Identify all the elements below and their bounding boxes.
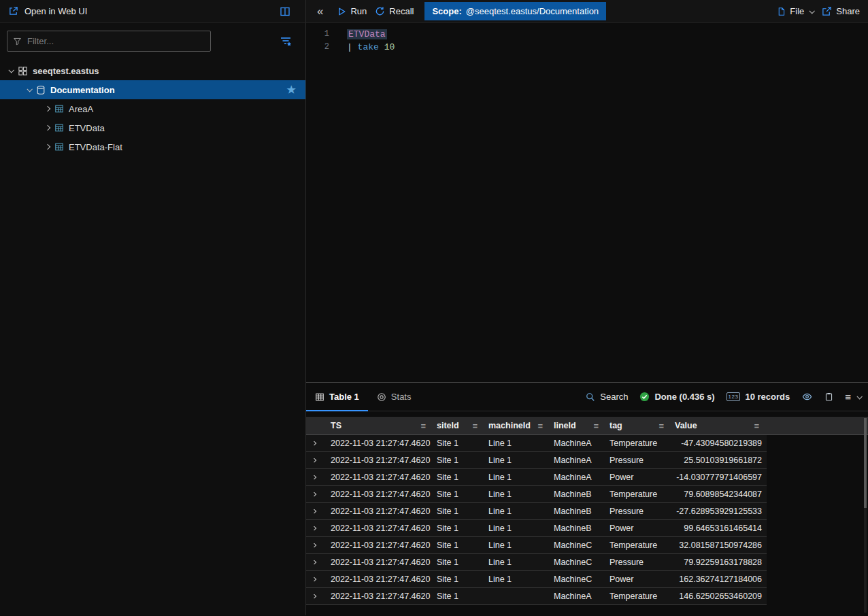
favorites-filter-icon[interactable] (280, 36, 292, 47)
open-in-web-ui-button[interactable]: Open in Web UI (8, 6, 87, 16)
table-row[interactable]: 2022-11-03 21:27:47.4620Site 1Line 1Mach… (306, 537, 767, 554)
query-status: Done (0.436 s) (639, 392, 714, 402)
column-header-siteid[interactable]: siteId≡ (433, 417, 484, 434)
results-menu-button[interactable]: ≡ (845, 391, 861, 403)
recall-button[interactable]: Recall (371, 3, 418, 19)
column-menu-icon[interactable]: ≡ (593, 421, 599, 431)
cell-ts: 2022-11-03 21:27:47.4620 (327, 541, 433, 550)
tab-stats[interactable]: Stats (368, 383, 420, 411)
row-expand-icon[interactable] (306, 475, 327, 479)
column-header-lineid[interactable]: lineId≡ (550, 417, 605, 434)
column-header-value[interactable]: Value≡ (671, 417, 766, 434)
cell-tag: Temperature (605, 490, 671, 499)
tab-table-1[interactable]: Table 1 (306, 383, 368, 411)
results-grid: TS≡siteId≡machineId≡lineId≡tag≡Value≡ 20… (306, 417, 868, 605)
column-menu-icon[interactable]: ≡ (754, 421, 759, 431)
table-row[interactable]: 2022-11-03 21:27:47.4620Site 1Line 1Mach… (306, 469, 767, 486)
top-bar: Open in Web UI « Run Recall Scope: @seeq… (0, 0, 868, 23)
row-expand-icon[interactable] (306, 458, 327, 462)
chevron-right-icon[interactable] (45, 106, 50, 112)
grid-body: 2022-11-03 21:27:47.4620Site 1Line 1Mach… (306, 435, 868, 605)
scrollbar-thumb[interactable] (864, 418, 867, 508)
column-menu-icon[interactable]: ≡ (537, 421, 543, 431)
table-row[interactable]: 2022-11-03 21:27:47.4620Site 1MachineATe… (306, 588, 767, 605)
query-editor[interactable]: 1ETVData2| take 10 (306, 23, 868, 382)
tree-item-table[interactable]: ETVData (0, 118, 305, 137)
table-row[interactable]: 2022-11-03 21:27:47.4620Site 1Line 1Mach… (306, 452, 767, 469)
cell-lineid: MachineC (550, 558, 605, 567)
cell-value: 79.60898542344087 (671, 490, 766, 499)
row-expand-icon[interactable] (306, 577, 327, 581)
share-button[interactable]: Share (818, 3, 864, 19)
stats-icon (377, 392, 386, 402)
table-row[interactable]: 2022-11-03 21:27:47.4620Site 1Line 1Mach… (306, 503, 767, 520)
cell-siteid: Site 1 (433, 524, 484, 533)
favorite-star-icon[interactable]: ★ (287, 84, 296, 96)
scope-selector[interactable]: Scope: @seeqtest.eastus/Documentation (424, 2, 606, 20)
table-row[interactable]: 2022-11-03 21:27:47.4620Site 1Line 1Mach… (306, 554, 767, 571)
hamburger-icon: ≡ (845, 391, 851, 403)
row-expand-icon[interactable] (306, 526, 327, 530)
table-row[interactable]: 2022-11-03 21:27:47.4620Site 1Line 1Mach… (306, 486, 767, 503)
table-row[interactable]: 2022-11-03 21:27:47.4620Site 1Line 1Mach… (306, 520, 767, 537)
filter-input[interactable] (27, 36, 205, 46)
record-count: 123 10 records (727, 392, 790, 402)
tree-item-database[interactable]: Documentation ★ (0, 80, 305, 99)
run-label: Run (350, 6, 367, 16)
column-header-tag[interactable]: tag≡ (605, 417, 671, 434)
row-expand-icon[interactable] (306, 594, 327, 598)
cell-machineid: Line 1 (484, 456, 550, 465)
chevron-right-icon[interactable] (45, 144, 50, 150)
cell-machineid: Line 1 (484, 473, 550, 482)
row-expand-icon[interactable] (306, 441, 327, 445)
run-button[interactable]: Run (333, 3, 371, 19)
cell-siteid: Site 1 (433, 439, 484, 448)
row-expand-icon[interactable] (306, 543, 327, 547)
cell-machineid: Line 1 (484, 558, 550, 567)
column-header-machineid[interactable]: machineId≡ (484, 417, 550, 434)
main-area: seeqtest.eastus Documentation ★ AreaAETV… (0, 23, 868, 615)
cell-value: 79.92259163178828 (671, 558, 766, 567)
table-row[interactable]: 2022-11-03 21:27:47.4620Site 1Line 1Mach… (306, 435, 767, 452)
cluster-name: seeqtest.eastus (33, 66, 99, 76)
row-expand-icon[interactable] (306, 509, 327, 513)
funnel-icon (13, 37, 22, 46)
line-number: 1 (306, 28, 329, 41)
header-filler (766, 417, 868, 434)
column-header-ts[interactable]: TS≡ (327, 417, 433, 434)
vertical-scrollbar[interactable] (864, 418, 867, 613)
code-line[interactable]: 1ETVData (306, 28, 868, 41)
cell-tag: Power (605, 473, 671, 482)
cell-tag: Temperature (605, 439, 671, 448)
cell-ts: 2022-11-03 21:27:47.4620 (327, 439, 433, 448)
column-menu-icon[interactable]: ≡ (658, 421, 664, 431)
chevron-right-icon[interactable] (45, 125, 50, 131)
cell-value: -14.030777971406597 (671, 473, 766, 482)
tree-item-table[interactable]: AreaA (0, 99, 305, 118)
cell-tag: Pressure (605, 558, 671, 567)
cell-lineid: MachineA (550, 439, 605, 448)
table-row[interactable]: 2022-11-03 21:27:47.4620Site 1Line 1Mach… (306, 571, 767, 588)
column-menu-icon[interactable]: ≡ (420, 421, 426, 431)
chevron-down-icon[interactable] (27, 86, 32, 92)
filter-box[interactable] (7, 31, 211, 52)
row-expand-icon[interactable] (306, 560, 327, 564)
success-check-icon (639, 392, 650, 402)
copy-clipboard-icon[interactable] (824, 392, 833, 402)
records-count-icon: 123 (727, 392, 741, 401)
tree-item-cluster[interactable]: seeqtest.eastus (0, 61, 305, 80)
row-expand-icon[interactable] (306, 492, 327, 496)
tree-item-table[interactable]: ETVData-Flat (0, 137, 305, 156)
collapse-panel-button[interactable]: « (312, 5, 329, 18)
cell-ts: 2022-11-03 21:27:47.4620 (327, 558, 433, 567)
column-menu-icon[interactable]: ≡ (472, 421, 478, 431)
cell-machineid: Line 1 (484, 439, 550, 448)
chevron-down-icon (856, 394, 862, 399)
code-line[interactable]: 2| take 10 (306, 41, 868, 54)
chevron-down-icon[interactable] (8, 67, 14, 73)
split-panel-icon[interactable] (280, 6, 290, 17)
cell-value: 162.36274127184006 (671, 575, 766, 584)
preview-eye-icon[interactable] (801, 392, 813, 402)
search-button[interactable]: Search (586, 392, 628, 402)
file-menu-button[interactable]: File (773, 3, 818, 19)
